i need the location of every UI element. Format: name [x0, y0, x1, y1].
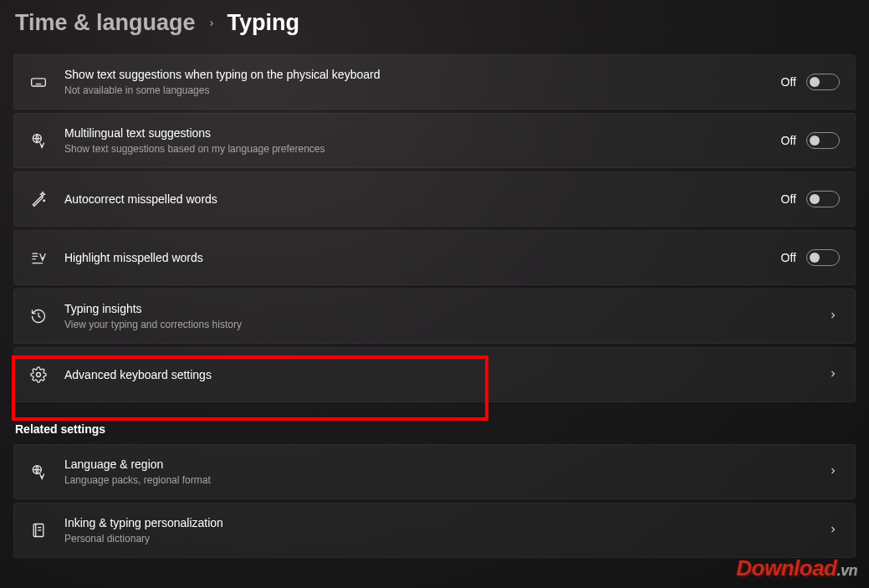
- setting-highlight-misspelled[interactable]: Highlight misspelled words Off: [13, 230, 856, 285]
- dictionary-icon: [29, 521, 48, 539]
- watermark-suffix: .vn: [836, 562, 857, 579]
- setting-title: Multilingual text suggestions: [64, 125, 781, 141]
- setting-subtitle: Show text suggestions based on my langua…: [64, 142, 781, 156]
- watermark-main: Download: [736, 555, 836, 580]
- chevron-right-icon: [207, 17, 216, 30]
- chevron-right-icon: [826, 524, 840, 537]
- keyboard-icon: [29, 73, 48, 91]
- globe-translate-icon: [29, 131, 48, 150]
- toggle-switch[interactable]: [806, 249, 840, 266]
- breadcrumb: Time & language Typing: [13, 10, 856, 36]
- related-settings-list: Language & region Language packs, region…: [13, 444, 856, 558]
- setting-subtitle: Not available in some languages: [64, 84, 781, 97]
- related-settings-heading: Related settings: [15, 422, 856, 436]
- toggle-switch[interactable]: [806, 191, 840, 207]
- watermark: Download.vn: [736, 555, 857, 581]
- svg-point-9: [37, 373, 41, 377]
- toggle-label: Off: [781, 134, 796, 147]
- setting-title: Show text suggestions when typing on the…: [64, 67, 781, 83]
- setting-subtitle: View your typing and corrections history: [64, 318, 826, 331]
- setting-text-suggestions-physical[interactable]: Show text suggestions when typing on the…: [13, 54, 856, 110]
- svg-point-8: [43, 200, 45, 202]
- toggle-label: Off: [781, 75, 796, 89]
- toggle-label: Off: [781, 251, 796, 264]
- setting-title: Advanced keyboard settings: [64, 367, 826, 383]
- toggle-switch[interactable]: [806, 74, 840, 90]
- setting-subtitle: Language packs, regional format: [64, 473, 826, 487]
- page-title: Typing: [227, 10, 299, 36]
- setting-autocorrect[interactable]: Autocorrect misspelled words Off: [13, 171, 856, 227]
- chevron-right-icon: [826, 310, 840, 323]
- setting-inking-personalization[interactable]: Inking & typing personalization Personal…: [13, 503, 856, 558]
- setting-title: Inking & typing personalization: [64, 515, 826, 531]
- chevron-right-icon: [826, 369, 840, 381]
- setting-multilingual-suggestions[interactable]: Multilingual text suggestions Show text …: [13, 113, 856, 168]
- setting-language-region[interactable]: Language & region Language packs, region…: [13, 444, 856, 499]
- toggle-switch[interactable]: [806, 132, 840, 149]
- chevron-right-icon: [826, 466, 840, 478]
- settings-list: Show text suggestions when typing on the…: [13, 54, 856, 402]
- toggle-label: Off: [781, 192, 796, 206]
- history-icon: [29, 307, 48, 325]
- setting-title: Typing insights: [64, 301, 826, 317]
- setting-title: Highlight misspelled words: [64, 250, 781, 266]
- globe-translate-icon: [29, 463, 48, 481]
- breadcrumb-parent[interactable]: Time & language: [15, 10, 196, 36]
- text-underline-icon: [29, 248, 48, 267]
- setting-title: Autocorrect misspelled words: [64, 192, 781, 207]
- svg-rect-0: [32, 79, 46, 86]
- gear-icon: [29, 366, 48, 384]
- setting-advanced-keyboard[interactable]: Advanced keyboard settings: [13, 347, 856, 402]
- setting-title: Language & region: [64, 457, 826, 473]
- setting-typing-insights[interactable]: Typing insights View your typing and cor…: [13, 289, 856, 344]
- wand-icon: [29, 190, 48, 208]
- setting-subtitle: Personal dictionary: [64, 532, 826, 545]
